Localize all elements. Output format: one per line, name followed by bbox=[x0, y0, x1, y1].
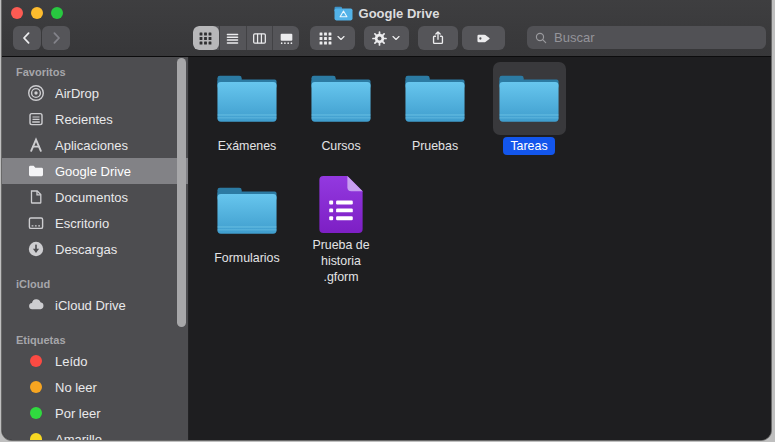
group-icon bbox=[318, 31, 333, 46]
chevron-right-icon bbox=[48, 30, 64, 46]
forward-button[interactable] bbox=[42, 26, 70, 50]
recents-icon bbox=[26, 110, 46, 128]
file-icon-box bbox=[211, 174, 284, 247]
search-input[interactable] bbox=[552, 29, 764, 46]
file-item-label: Cursos bbox=[314, 136, 367, 155]
file-icon-box bbox=[493, 62, 566, 135]
sidebar-item-aplicaciones[interactable]: Aplicaciones bbox=[2, 132, 188, 158]
list-view-button[interactable] bbox=[219, 26, 246, 50]
window-title: Google Drive bbox=[2, 0, 771, 27]
column-view-button[interactable] bbox=[246, 26, 273, 50]
sidebar-item-leido[interactable]: Leído bbox=[2, 348, 188, 374]
sidebar-item-descargas[interactable]: Descargas bbox=[2, 236, 188, 262]
sidebar-item-recientes[interactable]: Recientes bbox=[2, 106, 188, 132]
tag-color-icon bbox=[26, 378, 46, 396]
sidebar-item-no-leer[interactable]: No leer bbox=[2, 374, 188, 400]
sidebar-item-label: Leído bbox=[55, 354, 88, 369]
window-title-text: Google Drive bbox=[359, 6, 440, 21]
sidebar-item-documentos[interactable]: Documentos bbox=[2, 184, 188, 210]
columns-icon bbox=[252, 31, 267, 46]
file-item-prueba-de-historia-gform[interactable]: Prueba de historia .gform bbox=[294, 174, 388, 286]
finder-window: Google Drive bbox=[2, 0, 771, 440]
view-mode-control bbox=[193, 26, 299, 50]
file-item-label: Exámenes bbox=[211, 136, 284, 155]
applications-icon bbox=[26, 136, 46, 154]
file-item-label: Tareas bbox=[503, 136, 554, 155]
folder-icon bbox=[216, 73, 278, 124]
desktop-icon bbox=[26, 214, 46, 232]
gear-icon bbox=[371, 30, 388, 47]
file-item-tareas[interactable]: Tareas bbox=[482, 62, 576, 174]
chevron-down-icon bbox=[390, 32, 402, 44]
sidebar-item-label: Aplicaciones bbox=[55, 138, 128, 153]
folder-icon bbox=[216, 185, 278, 236]
group-button[interactable] bbox=[310, 26, 355, 50]
google-form-file-icon bbox=[319, 176, 363, 233]
list-icon bbox=[225, 31, 240, 46]
tag-color-dot bbox=[30, 433, 42, 440]
cloud-icon bbox=[26, 296, 46, 314]
file-item-pruebas[interactable]: Pruebas bbox=[388, 62, 482, 174]
action-button[interactable] bbox=[364, 26, 409, 50]
sidebar-item-google-drive[interactable]: Google Drive bbox=[2, 158, 188, 184]
file-item-label-text: Prueba de historia .gform bbox=[295, 236, 387, 286]
search-field[interactable] bbox=[527, 26, 766, 49]
minimize-button[interactable] bbox=[31, 7, 43, 19]
file-icon-box bbox=[305, 62, 378, 135]
sidebar-item-label: Amarillo bbox=[55, 432, 102, 441]
file-item-label-text: Tareas bbox=[503, 137, 554, 155]
sidebar-item-por-leer[interactable]: Por leer bbox=[2, 400, 188, 426]
folder-icon bbox=[498, 73, 560, 124]
sidebar-item-label: Google Drive bbox=[55, 164, 131, 179]
tag-color-dot bbox=[30, 407, 42, 419]
folder-icon bbox=[404, 73, 466, 124]
sidebar-item-label: iCloud Drive bbox=[55, 298, 126, 313]
file-item-cursos[interactable]: Cursos bbox=[294, 62, 388, 174]
file-item-examenes[interactable]: Exámenes bbox=[200, 62, 294, 174]
file-item-label-text: Cursos bbox=[314, 137, 367, 155]
file-item-label: Pruebas bbox=[405, 136, 465, 155]
file-item-label: Formularios bbox=[207, 248, 286, 267]
toolbar bbox=[2, 26, 771, 50]
sidebar-item-icloud-drive[interactable]: iCloud Drive bbox=[2, 292, 188, 318]
file-item-formularios[interactable]: Formularios bbox=[200, 174, 294, 286]
icon-view-button[interactable] bbox=[193, 26, 219, 50]
sidebar-item-label: Por leer bbox=[55, 406, 101, 421]
sidebar-item-label: Recientes bbox=[55, 112, 113, 127]
tag-color-dot bbox=[30, 381, 42, 393]
zoom-button[interactable] bbox=[51, 7, 63, 19]
sidebar-section-title: Etiquetas bbox=[2, 332, 188, 348]
file-item-label-text: Formularios bbox=[207, 249, 286, 267]
file-icon-box bbox=[305, 174, 378, 235]
gallery-view-button[interactable] bbox=[272, 26, 299, 50]
sidebar-item-airdrop[interactable]: AirDrop bbox=[2, 80, 188, 106]
tag-color-icon bbox=[26, 352, 46, 370]
share-button[interactable] bbox=[418, 26, 458, 50]
downloads-icon bbox=[26, 240, 46, 258]
google-drive-folder-icon bbox=[334, 6, 353, 21]
share-icon bbox=[430, 30, 446, 46]
grid-icon bbox=[198, 31, 213, 46]
titlebar: Google Drive bbox=[2, 0, 771, 57]
tag-color-icon bbox=[26, 404, 46, 422]
sidebar-list: FavoritosAirDropRecientesAplicacionesGoo… bbox=[2, 57, 188, 440]
sidebar-item-label: Documentos bbox=[55, 190, 128, 205]
chevron-down-icon bbox=[335, 32, 347, 44]
back-button[interactable] bbox=[13, 26, 41, 50]
sidebar-item-escritorio[interactable]: Escritorio bbox=[2, 210, 188, 236]
file-item-label-text: Exámenes bbox=[211, 137, 284, 155]
sidebar-scrollbar[interactable] bbox=[177, 58, 186, 327]
traffic-lights bbox=[11, 7, 63, 19]
close-button[interactable] bbox=[11, 7, 23, 19]
tag-icon bbox=[475, 30, 492, 47]
tag-color-icon bbox=[26, 430, 46, 440]
file-item-label: Prueba de historia .gform bbox=[295, 236, 387, 286]
search-icon bbox=[534, 31, 548, 45]
gallery-icon bbox=[279, 31, 294, 46]
sidebar-item-amarillo[interactable]: Amarillo bbox=[2, 426, 188, 440]
tags-button[interactable] bbox=[462, 26, 505, 50]
sidebar: FavoritosAirDropRecientesAplicacionesGoo… bbox=[2, 57, 189, 440]
sidebar-section-title: iCloud bbox=[2, 276, 188, 292]
sidebar-section-title: Favoritos bbox=[2, 64, 188, 80]
sidebar-item-label: AirDrop bbox=[55, 86, 99, 101]
